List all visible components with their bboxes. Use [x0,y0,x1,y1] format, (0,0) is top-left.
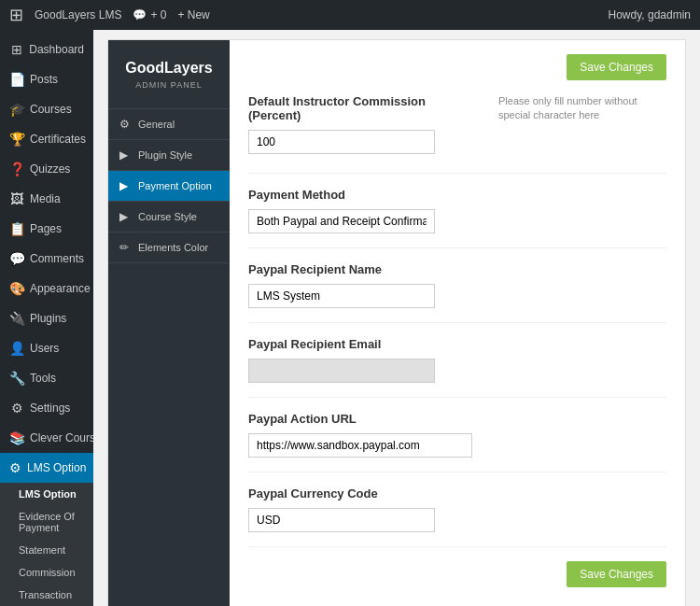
sidebar-item-settings[interactable]: ⚙ Settings [0,393,93,423]
field-default-instructor-commission: Default Instructor Commission (Percent) … [248,94,666,174]
field-label-paypal-recipient-email: Paypal Recipient Email [248,337,666,351]
sidebar-item-users[interactable]: 👤 Users [0,333,93,363]
panel-header: GoodLayers ADMIN PANEL [108,40,230,109]
admin-bar: ⊞ GoodLayers LMS 💬 + 0 + New Howdy, gdad… [0,0,700,30]
settings-icon: ⚙ [9,401,24,416]
field-hint-commission: Please only fill number without special … [498,94,666,123]
comments-link[interactable]: 💬 + 0 [133,8,166,21]
panel-sidebar: GoodLayers ADMIN PANEL ⚙ General ▶ Plugi… [108,40,230,606]
field-input-paypal-recipient-name [248,284,666,308]
certificates-icon: 🏆 [9,132,24,147]
paypal-recipient-email-input[interactable] [248,359,435,383]
howdy-text: Howdy, gdadmin [609,8,692,21]
field-label-paypal-action-url: Paypal Action URL [248,412,666,426]
panel-nav-plugin-style[interactable]: ▶ Plugin Style [108,140,230,171]
elements-color-nav-icon: ✏ [119,241,133,254]
submenu-transaction[interactable]: Transaction [0,584,93,606]
sidebar-item-tools[interactable]: 🔧 Tools [0,363,93,393]
field-label-paypal-recipient-name: Paypal Recipient Name [248,262,666,276]
posts-icon: 📄 [9,72,24,87]
submenu-evidence-of-payment[interactable]: Evidence Of Payment [0,505,93,539]
payment-option-nav-icon: ▶ [119,179,133,192]
paypal-action-url-input[interactable] [248,433,472,458]
panel-subtitle: ADMIN PANEL [122,80,216,90]
main-content: GoodLayers ADMIN PANEL ⚙ General ▶ Plugi… [93,30,700,606]
clever-course-icon: 📚 [9,430,24,445]
save-changes-bottom-button[interactable]: Save Changes [567,561,666,587]
panel-nav-course-style[interactable]: ▶ Course Style [108,202,230,233]
sidebar-item-posts[interactable]: 📄 Posts [0,64,93,94]
field-input-payment-method [248,209,666,233]
submenu-lms-option[interactable]: LMS Option [0,483,93,505]
plugins-icon: 🔌 [9,311,24,326]
save-changes-top-button[interactable]: Save Changes [567,54,666,80]
field-label-paypal-currency-code: Paypal Currency Code [248,486,666,500]
sidebar-item-pages[interactable]: 📋 Pages [0,214,93,244]
commission-input[interactable] [248,130,435,154]
field-payment-method: Payment Method [248,188,666,248]
site-name[interactable]: GoodLayers LMS [35,8,121,21]
general-nav-icon: ⚙ [119,118,133,131]
payment-method-input[interactable] [248,209,435,233]
field-label-payment-method: Payment Method [248,188,666,202]
sidebar-item-comments[interactable]: 💬 Comments [0,244,93,274]
save-changes-top-area: Save Changes [248,54,666,80]
admin-sidebar: ⊞ Dashboard 📄 Posts 🎓 Courses 🏆 Certific… [0,30,93,606]
field-paypal-recipient-name: Paypal Recipient Name [248,262,666,323]
sidebar-item-appearance[interactable]: 🎨 Appearance [0,274,93,303]
plugin-style-nav-icon: ▶ [119,148,133,162]
courses-icon: 🎓 [9,102,24,117]
pages-icon: 📋 [9,221,24,236]
sidebar-item-clever-course[interactable]: 📚 Clever Course [0,423,93,453]
users-icon: 👤 [9,341,24,356]
field-input-paypal-recipient-email [248,359,666,383]
panel-nav-payment-option[interactable]: ▶ Payment Option [108,171,230,202]
comment-icon: 💬 [133,8,147,21]
panel-brand: GoodLayers [122,59,216,77]
field-paypal-action-url: Paypal Action URL [248,412,666,472]
field-input-commission [248,130,480,154]
panel-nav-elements-color[interactable]: ✏ Elements Color [108,233,230,263]
wp-logo-icon: ⊞ [9,5,23,25]
lms-submenu: LMS Option Evidence Of Payment Statement… [0,483,93,606]
field-input-paypal-action-url [248,433,666,458]
field-label-commission: Default Instructor Commission (Percent) [248,94,480,122]
panel-box: GoodLayers ADMIN PANEL ⚙ General ▶ Plugi… [107,39,686,606]
comments-menu-icon: 💬 [9,251,24,266]
sidebar-item-certificates[interactable]: 🏆 Certificates [0,124,93,154]
paypal-currency-code-input[interactable] [248,508,435,532]
panel-nav-general[interactable]: ⚙ General [108,109,230,140]
new-link[interactable]: + New [177,8,209,21]
quizzes-icon: ❓ [9,162,24,176]
save-changes-bottom-area: Save Changes [248,561,666,587]
panel-content: Save Changes Default Instructor Commissi… [230,40,685,606]
sidebar-item-plugins[interactable]: 🔌 Plugins [0,303,93,333]
field-input-paypal-currency-code [248,508,666,532]
sidebar-item-media[interactable]: 🖼 Media [0,184,93,214]
dashboard-icon: ⊞ [9,42,23,57]
media-icon: 🖼 [9,191,24,206]
course-style-nav-icon: ▶ [119,210,133,223]
lms-option-icon: ⚙ [9,460,21,475]
sidebar-item-courses[interactable]: 🎓 Courses [0,94,93,124]
appearance-icon: 🎨 [9,281,24,296]
submenu-statement[interactable]: Statement [0,539,93,561]
field-paypal-recipient-email: Paypal Recipient Email [248,337,666,398]
sidebar-item-quizzes[interactable]: ❓ Quizzes [0,154,93,184]
submenu-commission[interactable]: Commission [0,561,93,584]
sidebar-item-lms-option[interactable]: ⚙ LMS Option [0,453,93,483]
paypal-recipient-name-input[interactable] [248,284,435,308]
field-paypal-currency-code: Paypal Currency Code [248,486,666,547]
tools-icon: 🔧 [9,371,24,386]
sidebar-item-dashboard[interactable]: ⊞ Dashboard [0,35,93,64]
